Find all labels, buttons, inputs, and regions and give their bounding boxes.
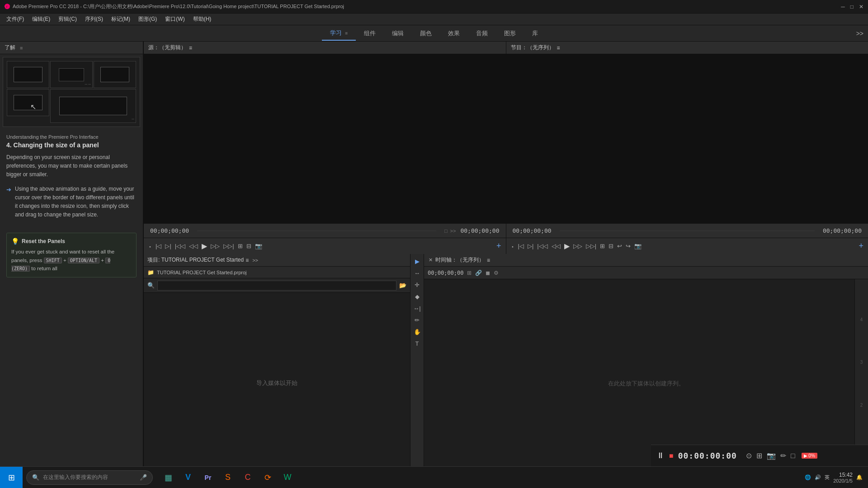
program-ctrl-1[interactable]: ⬩ — [511, 243, 514, 249]
learn-bullet: ➔ Using the above animation as a guide, … — [6, 185, 137, 220]
program-ctrl-back[interactable]: ◁◁ — [552, 243, 561, 249]
program-ctrl-camera[interactable]: 📷 — [634, 243, 642, 249]
timeline-ctrl-link[interactable]: 🔗 — [475, 270, 482, 276]
taskbar-network-icon[interactable]: 🌐 — [805, 474, 811, 480]
playback-export-icon[interactable]: □ — [791, 452, 795, 460]
tab-learn[interactable]: 学习 ≡ — [322, 26, 356, 41]
timeline-close-icon[interactable]: ✕ — [429, 257, 433, 263]
tab-more-button[interactable]: >> — [856, 30, 863, 37]
tool-ripple[interactable]: ✛ — [412, 280, 423, 289]
menu-graphics[interactable]: 图形(G) — [135, 14, 160, 24]
tab-library[interactable]: 库 — [524, 27, 546, 40]
program-ctrl-3[interactable]: ▷| — [528, 243, 533, 249]
start-button[interactable]: ⊞ — [0, 467, 23, 488]
thumb-2-rect — [59, 68, 84, 81]
menu-mark[interactable]: 标记(M) — [108, 14, 134, 24]
tool-track-select[interactable]: ↔ — [412, 268, 423, 277]
source-ctrl-out[interactable]: ▷▷| — [223, 243, 234, 249]
source-ctrl-in[interactable]: |◁◁ — [175, 243, 185, 249]
timeline-ctrl-markers[interactable]: ◼ — [486, 270, 490, 276]
taskbar-premiere[interactable]: Pr — [199, 469, 217, 487]
menu-sequence[interactable]: 序列(S) — [81, 14, 107, 24]
taskbar-task-view[interactable]: ▦ — [159, 469, 177, 487]
source-ctrl-1[interactable]: ⬩ — [148, 243, 152, 249]
tab-color[interactable]: 颜色 — [412, 27, 440, 40]
source-settings-icon[interactable]: □ — [444, 228, 448, 234]
source-play-button[interactable]: ▶ — [202, 242, 207, 250]
menu-help[interactable]: 帮助(H) — [189, 14, 215, 24]
tool-pen[interactable]: ✏ — [412, 315, 423, 324]
project-panel-menu-icon[interactable]: ≡ — [245, 257, 249, 263]
source-ctrl-5[interactable]: ⊞ — [238, 243, 243, 249]
window-controls[interactable]: ─ □ ✕ — [841, 4, 863, 10]
project-import-text: 导入媒体以开始 — [256, 379, 297, 387]
tab-edit[interactable]: 编辑 — [384, 27, 412, 40]
menu-window[interactable]: 窗口(W) — [161, 14, 188, 24]
tool-selection[interactable]: ▶ — [412, 257, 423, 266]
program-ctrl-7[interactable]: ↩ — [617, 243, 622, 249]
program-add-button[interactable]: + — [859, 241, 863, 251]
source-add-button[interactable]: + — [496, 241, 501, 251]
program-ctrl-in[interactable]: |◁◁ — [537, 243, 547, 249]
tab-graphics[interactable]: 图形 — [496, 27, 524, 40]
program-ctrl-8[interactable]: ↪ — [626, 243, 631, 249]
taskbar-search[interactable]: 🔍 在这里输入你要搜索的内容 🎤 — [26, 470, 153, 485]
project-panel-expand-icon[interactable]: >> — [252, 258, 258, 263]
source-monitor-menu-icon[interactable]: ≡ — [189, 45, 192, 51]
learn-panel-menu-icon[interactable]: ≡ — [20, 45, 23, 51]
tab-effects[interactable]: 效果 — [440, 27, 468, 40]
taskbar-clock[interactable]: 15:42 2020/1/5 — [833, 472, 853, 483]
playback-edit-icon[interactable]: ✏ — [780, 451, 786, 460]
close-button[interactable]: ✕ — [859, 4, 863, 10]
source-ctrl-back[interactable]: ◁◁ — [189, 243, 198, 249]
tab-audio[interactable]: 音频 — [468, 27, 496, 40]
timeline-menu-icon[interactable]: ≡ — [487, 257, 490, 263]
taskbar-notification-icon[interactable]: 🔔 — [856, 474, 863, 480]
playback-stop-button[interactable]: ■ — [669, 452, 674, 460]
source-ctrl-3[interactable]: ▷| — [165, 243, 171, 249]
playback-pause-button[interactable]: ⏸ — [656, 451, 665, 460]
maximize-button[interactable]: □ — [850, 4, 854, 10]
tool-hand[interactable]: ✋ — [412, 327, 423, 336]
menu-file[interactable]: 文件(F) — [3, 14, 28, 24]
program-monitor-menu-icon[interactable]: ≡ — [557, 45, 560, 51]
source-ctrl-camera[interactable]: 📷 — [255, 243, 262, 249]
tab-assembly[interactable]: 组件 — [356, 27, 384, 40]
playback-settings-icon[interactable]: ⊙ — [746, 451, 752, 460]
thumb-4-rect — [14, 95, 42, 111]
project-panel: 项目: TUTORIAL PROJECT Get Started ≡ >> 📁 … — [144, 254, 410, 488]
source-ctrl-fwd[interactable]: ▷▷ — [211, 243, 220, 249]
thumb-2-text: ─ ─ — [85, 82, 91, 86]
learn-subtitle: Understanding the Premiere Pro Interface — [6, 134, 137, 140]
tool-slip[interactable]: ↔| — [412, 304, 423, 313]
minimize-button[interactable]: ─ — [841, 4, 845, 10]
taskbar-mic-icon[interactable]: 🎤 — [140, 474, 147, 481]
menu-edit[interactable]: 编辑(E) — [28, 14, 54, 24]
playback-camera-icon[interactable]: 📷 — [767, 451, 776, 460]
program-ctrl-2[interactable]: |◁ — [518, 243, 524, 249]
tool-type[interactable]: T — [412, 339, 423, 348]
source-add-icon[interactable]: >> — [450, 228, 456, 234]
taskbar-app-s[interactable]: S — [219, 469, 237, 487]
taskbar-vs-code[interactable]: V — [179, 469, 197, 487]
taskbar-app-w[interactable]: W — [278, 469, 297, 487]
timeline-ctrl-snap[interactable]: ⊞ — [467, 270, 472, 276]
program-ctrl-6[interactable]: ⊟ — [609, 243, 613, 249]
program-ctrl-out[interactable]: ▷▷| — [586, 243, 596, 249]
learn-description: Depending on your screen size or persona… — [6, 153, 137, 179]
program-play-button[interactable]: ▶ — [564, 242, 570, 250]
source-ctrl-6[interactable]: ⊟ — [246, 243, 251, 249]
program-ctrl-5[interactable]: ⊞ — [600, 243, 605, 249]
timeline-ctrl-settings[interactable]: ⚙ — [494, 270, 499, 276]
menu-clip[interactable]: 剪辑(C) — [55, 14, 80, 24]
source-ctrl-2[interactable]: |◁ — [156, 243, 161, 249]
program-ctrl-fwd[interactable]: ▷▷ — [573, 243, 582, 249]
taskbar-chrome[interactable]: C — [239, 469, 257, 487]
project-search-input[interactable] — [157, 281, 396, 291]
title-text: Adobe Premiere Pro CC 2018 - C:\用户\公用\公用… — [13, 3, 841, 10]
tool-razor[interactable]: ◆ — [412, 292, 423, 301]
playback-grid-icon[interactable]: ⊞ — [756, 451, 762, 460]
project-new-bin-icon[interactable]: 📂 — [399, 282, 406, 289]
taskbar-volume-icon[interactable]: 🔊 — [815, 474, 821, 480]
taskbar-browser[interactable]: ⟳ — [259, 469, 277, 487]
